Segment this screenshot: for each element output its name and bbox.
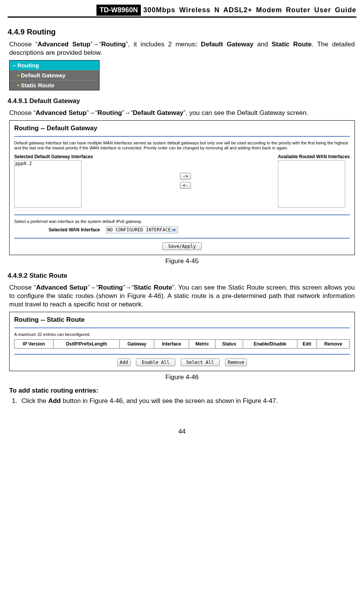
- bullet-icon: •: [17, 82, 19, 88]
- static-route-buttons: Add Enable All Select All Remove: [14, 359, 350, 366]
- available-column: Available Routed WAN Interfaces: [278, 154, 350, 208]
- move-left-button[interactable]: <-: [180, 182, 191, 189]
- breadcrumb-routing: Routing: [98, 284, 123, 291]
- breadcrumb-advanced-setup: Advanced Setup: [38, 41, 90, 48]
- section-4-4-9-heading: 4.4.9 Routing: [8, 28, 356, 36]
- move-right-button[interactable]: ->: [180, 173, 191, 180]
- nav-item-default-gateway[interactable]: •Default Gateway: [10, 70, 99, 80]
- nav-item-label: Default Gateway: [21, 72, 65, 79]
- save-apply-button[interactable]: Save/Apply: [162, 242, 201, 250]
- section-4-4-9-2-heading: 4.4.9.2 Static Route: [8, 272, 356, 280]
- select-all-button[interactable]: Select All: [181, 359, 220, 366]
- nav-head-routing[interactable]: –Routing: [10, 61, 99, 70]
- divider: [14, 354, 350, 355]
- wan-interface-label: Selected WAN Interface: [49, 227, 100, 233]
- col-dstip: DstIP/PrefixLength: [53, 340, 119, 349]
- breadcrumb-advanced-setup: Advanced Setup: [36, 109, 87, 116]
- list-item[interactable]: ppp0.2: [15, 161, 80, 166]
- nav-item-static-route[interactable]: •Static Route: [10, 80, 99, 90]
- selected-interfaces-listbox[interactable]: ppp0.2: [14, 160, 82, 208]
- save-row: Save/Apply: [14, 242, 350, 250]
- chevron-down-icon: [173, 229, 176, 231]
- panel-title: Routing -- Static Route: [14, 316, 350, 324]
- wan-interface-select[interactable]: NO CONFIGURED INTERFACE: [106, 226, 178, 233]
- breadcrumb-routing: Routing: [101, 41, 126, 48]
- menus-text: : Default Gateway: [195, 41, 253, 48]
- figure-4-46-caption: Figure 4-46: [8, 373, 356, 381]
- panel-description: Default gateway interface list can have …: [14, 141, 350, 151]
- col-status: Status: [215, 340, 243, 349]
- nav-item-label: Static Route: [21, 82, 54, 88]
- divider: [14, 214, 350, 215]
- static-route-table: IP Version DstIP/PrefixLength Gateway In…: [14, 339, 350, 349]
- divider: [14, 238, 350, 239]
- max-entries-text: A maximum 32 entries can beconfigured.: [14, 332, 350, 337]
- panel-title: Routing -- Default Gateway: [14, 124, 350, 132]
- divider: [14, 327, 350, 328]
- breadcrumb-default-gateway: Default Gateway: [133, 109, 183, 116]
- table-header-row: IP Version DstIP/PrefixLength Gateway In…: [15, 340, 350, 349]
- text: ”→“: [123, 284, 134, 291]
- page-header: TD-W8960N 300Mbps Wireless N ADSL2+ Mode…: [8, 5, 356, 18]
- page-number: 44: [8, 428, 356, 436]
- arrow-buttons: -> <-: [180, 173, 191, 189]
- section-4-4-9-1-heading: 4.4.9.1 Default Gateway: [8, 97, 356, 105]
- section-4-4-9-intro: Choose “Advanced Setup”→“Routing”, it in…: [9, 40, 355, 57]
- selected-label: Selected Default Gateway Interfaces: [14, 154, 93, 159]
- available-interfaces-listbox[interactable]: [278, 160, 345, 208]
- col-remove: Remove: [317, 340, 350, 349]
- text: ”→“: [87, 109, 97, 116]
- text: ”→“: [90, 41, 101, 48]
- available-label: Available Routed WAN Interfaces: [278, 154, 350, 159]
- figure-4-45-caption: Figure 4-45: [8, 257, 356, 265]
- enable-all-button[interactable]: Enable All: [136, 359, 175, 366]
- collapse-dash-icon: –: [13, 62, 16, 69]
- nav-head-label: Routing: [17, 62, 39, 69]
- breadcrumb-advanced-setup: Advanced Setup: [36, 284, 87, 291]
- col-interface: Interface: [154, 340, 189, 349]
- ipv6-description: Select a preferred wan interface as the …: [14, 219, 350, 224]
- text: Choose “: [9, 284, 36, 291]
- text: ”, it includes 2 menus: [126, 41, 195, 48]
- col-edit: Edit: [297, 340, 317, 349]
- text: ”→“: [87, 284, 98, 291]
- guide-title: 300Mbps Wireless N ADSL2+ Modem Router U…: [143, 6, 356, 14]
- select-value: NO CONFIGURED INTERFACE: [107, 227, 171, 233]
- wan-interface-row: Selected WAN Interface NO CONFIGURED INT…: [14, 224, 350, 236]
- col-enable-disable: Enable/Disable: [243, 340, 297, 349]
- col-gateway: Gateway: [120, 340, 154, 349]
- model-pill: TD-W8960N: [96, 5, 141, 16]
- static-route-panel: Routing -- Static Route A maximum 32 ent…: [9, 312, 355, 371]
- text: ”→“: [122, 109, 133, 116]
- divider: [14, 136, 350, 137]
- col-metric: Metric: [189, 340, 215, 349]
- bullet-icon: •: [17, 72, 19, 79]
- text: Choose “: [9, 41, 38, 48]
- add-bold: Add: [48, 397, 61, 404]
- add-entries-steps: Click the Add button in Figure 4-46, and…: [19, 397, 355, 405]
- remove-button[interactable]: Remove: [225, 359, 247, 366]
- add-button[interactable]: Add: [117, 359, 131, 366]
- interface-picker-row: Selected Default Gateway Interfaces ppp0…: [14, 154, 350, 208]
- routing-nav: –Routing •Default Gateway •Static Route: [9, 60, 100, 90]
- default-gateway-panel: Routing -- Default Gateway Default gatew…: [9, 120, 355, 255]
- selected-column: Selected Default Gateway Interfaces ppp0…: [14, 154, 93, 208]
- text: ”, you can see the Default Gateway scree…: [183, 109, 308, 116]
- text: Choose “: [9, 109, 36, 116]
- section-4-4-9-1-intro: Choose “Advanced Setup”→“Routing”→“Defau…: [9, 109, 355, 117]
- menus-text: Static Route: [272, 41, 312, 48]
- text: button in Figure 4-46, and you will see …: [61, 397, 278, 404]
- breadcrumb-routing: Routing: [98, 109, 122, 116]
- add-entries-title: To add static routing entries:: [9, 386, 355, 395]
- text: and: [253, 41, 272, 48]
- breadcrumb-static-route: Static Route: [134, 284, 172, 291]
- col-ip-version: IP Version: [15, 340, 54, 349]
- section-4-4-9-2-intro: Choose “Advanced Setup”→“Routing”→“Stati…: [9, 283, 355, 309]
- step-1: Click the Add button in Figure 4-46, and…: [19, 397, 355, 405]
- text: Click the: [21, 397, 48, 404]
